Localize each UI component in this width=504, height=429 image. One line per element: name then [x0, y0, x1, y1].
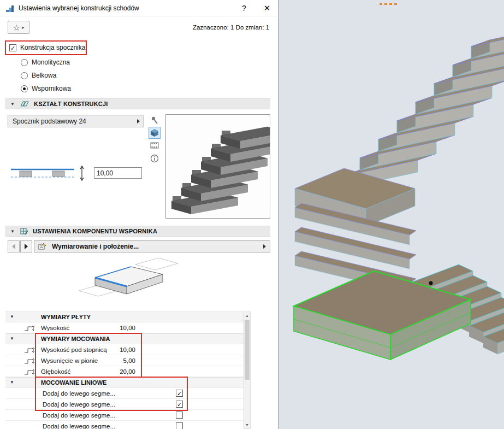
landing-structure-checkbox[interactable]: ✓: [9, 44, 16, 51]
row-value[interactable]: 5,00: [91, 355, 135, 366]
film-icon: [150, 142, 159, 149]
row-label: Dodaj do lewego segme...: [43, 421, 115, 429]
viewport-marker-dashes: [380, 3, 399, 5]
thickness-schematic: [8, 163, 90, 184]
section-shape-title: KSZTAŁT KONSTRUKCJI: [34, 101, 108, 107]
table-row[interactable]: Dodaj do lewego segme...: [5, 410, 244, 421]
cube-icon: [150, 128, 159, 137]
radio-monolityczna[interactable]: Monolityczna: [21, 58, 70, 66]
plan-preview-button[interactable]: [149, 114, 161, 126]
dialog-titlebar[interactable]: Ustawienia wybranej konstrukcji schodów …: [0, 0, 278, 16]
arrow-left-icon: [12, 244, 15, 249]
landing-structure-checkbox-row[interactable]: ✓ Konstrukcja spocznika: [9, 44, 85, 51]
row-label: Dodaj do lewego segme...: [43, 388, 115, 399]
info-icon: [150, 154, 159, 163]
3d-viewport[interactable]: [278, 0, 504, 429]
row-checkbox[interactable]: ✓: [176, 401, 183, 408]
dialog-title: Ustawienia wybranej konstrukcji schodów: [19, 4, 139, 12]
scrollbar-thumb[interactable]: [245, 320, 250, 380]
thickness-input[interactable]: [94, 167, 142, 179]
table-scrollbar[interactable]: ▲ ▼: [244, 312, 251, 429]
row-label: Wysunięcie w pionie: [41, 355, 98, 366]
stairs-3d-model[interactable]: [278, 0, 504, 429]
row-checkbox[interactable]: [176, 412, 183, 419]
prev-component-button[interactable]: [8, 240, 20, 252]
scroll-up-button[interactable]: ▲: [244, 312, 250, 319]
section-shape-header[interactable]: ▼ KSZTAŁT KONSTRUKCJI: [5, 98, 270, 109]
table-row[interactable]: Głębokość20,00: [5, 366, 244, 377]
section-component-title: USTAWIENIA KOMPONENTU WSPORNIKA: [33, 228, 157, 234]
star-icon: ☆: [13, 23, 20, 32]
table-row[interactable]: Wysokość10,00: [5, 322, 244, 333]
group-title: WYMIARY PŁYTY: [41, 312, 91, 322]
section-component-header[interactable]: ▼ USTAWIENIA KOMPONENTU WSPORNIKA: [5, 226, 270, 237]
component-page-dropdown[interactable]: Wymiarowanie i położenie...: [34, 240, 270, 252]
table-group-row[interactable]: ▼WYMIARY MOCOWANIA: [5, 333, 244, 344]
row-label: Dodaj do lewego segme...: [43, 410, 115, 421]
next-component-button[interactable]: [20, 240, 32, 252]
radio-belkowa[interactable]: Belkowa: [21, 72, 56, 79]
info-preview-button[interactable]: [149, 152, 161, 164]
favorites-button[interactable]: ☆ ▸: [8, 21, 29, 34]
component-diagram: [71, 257, 191, 309]
collapse-triangle-icon[interactable]: ▼: [10, 377, 14, 388]
dropdown-arrow-icon: [137, 119, 140, 124]
radio-dot[interactable]: [21, 59, 28, 66]
construction-preview: [165, 114, 270, 219]
application-window: Ustawienia wybranej konstrukcji schodów …: [0, 0, 504, 429]
arrow-right-icon: [25, 244, 28, 249]
edit-node-dot[interactable]: [429, 281, 433, 285]
table-row[interactable]: Wysokość pod stopnicą10,00: [5, 344, 244, 355]
check-icon: ✓: [10, 45, 15, 51]
landing-preset-dropdown[interactable]: Spocznik podstawowy 24: [8, 115, 144, 127]
table-row[interactable]: Wysunięcie w pionie5,00: [5, 355, 244, 366]
table-row[interactable]: Dodaj do lewego segme...✓: [5, 388, 244, 399]
3d-preview-button[interactable]: [149, 127, 161, 139]
dialog-stair-icon: [5, 4, 14, 13]
row-value[interactable]: 10,00: [91, 322, 135, 333]
dimension-page-icon: [38, 243, 46, 250]
table-group-row[interactable]: ▼MOCOWANIE LINIOWE: [5, 377, 244, 388]
section-preview-button[interactable]: [149, 139, 161, 151]
component-section-icon: [20, 228, 28, 235]
row-label: Dodaj do lewego segme...: [43, 399, 115, 410]
shape-section-icon: [20, 101, 29, 107]
row-value[interactable]: 20,00: [91, 366, 135, 377]
group-title: MOCOWANIE LINIOWE: [41, 377, 106, 388]
dropdown-arrow-icon: [263, 244, 266, 249]
stair-settings-dialog: Ustawienia wybranej konstrukcji schodów …: [0, 0, 278, 429]
close-button[interactable]: ✕: [260, 2, 274, 14]
collapse-triangle-icon[interactable]: ▼: [10, 312, 14, 322]
table-group-row[interactable]: ▼WYMIARY PŁYTY: [5, 312, 244, 322]
collapse-triangle-icon[interactable]: ▼: [10, 333, 14, 344]
radio-label: Belkowa: [32, 72, 56, 79]
table-row[interactable]: Dodaj do lewego segme...: [5, 421, 244, 429]
favorites-menu-arrow-icon: ▸: [22, 25, 25, 30]
group-title: WYMIARY MOCOWANIA: [41, 333, 110, 344]
selection-status: Zaznaczono: 1 Do zmian: 1: [193, 24, 269, 31]
row-checkbox[interactable]: [176, 422, 183, 429]
help-button[interactable]: ?: [237, 2, 251, 14]
landing-structure-label: Konstrukcja spocznika: [20, 44, 85, 51]
radio-label: Wspornikowa: [32, 85, 71, 92]
radio-dot[interactable]: [21, 72, 28, 79]
collapse-triangle-icon[interactable]: ▼: [10, 229, 17, 234]
collapse-triangle-icon[interactable]: ▼: [10, 102, 17, 107]
row-label: Głębokość: [41, 366, 70, 377]
radio-wspornikowa[interactable]: Wspornikowa: [21, 85, 71, 92]
radio-label: Monolityczna: [32, 58, 70, 66]
upper-flight[interactable]: [341, 23, 504, 189]
preview-steps-image: [166, 115, 270, 218]
row-checkbox[interactable]: ✓: [176, 390, 183, 397]
landing-preset-value: Spocznik podstawowy 24: [13, 117, 86, 125]
properties-table: ▼WYMIARY PŁYTYWysokość10,00▼WYMIARY MOCO…: [5, 312, 244, 429]
radio-dot[interactable]: [21, 85, 28, 92]
scroll-down-button[interactable]: ▼: [244, 421, 250, 428]
row-label: Wysokość: [41, 322, 69, 333]
pushpin-icon: [150, 116, 159, 125]
row-value[interactable]: 10,00: [91, 344, 135, 355]
table-row[interactable]: Dodaj do lewego segme...✓: [5, 399, 244, 410]
component-page-label: Wymiarowanie i położenie...: [52, 243, 139, 250]
